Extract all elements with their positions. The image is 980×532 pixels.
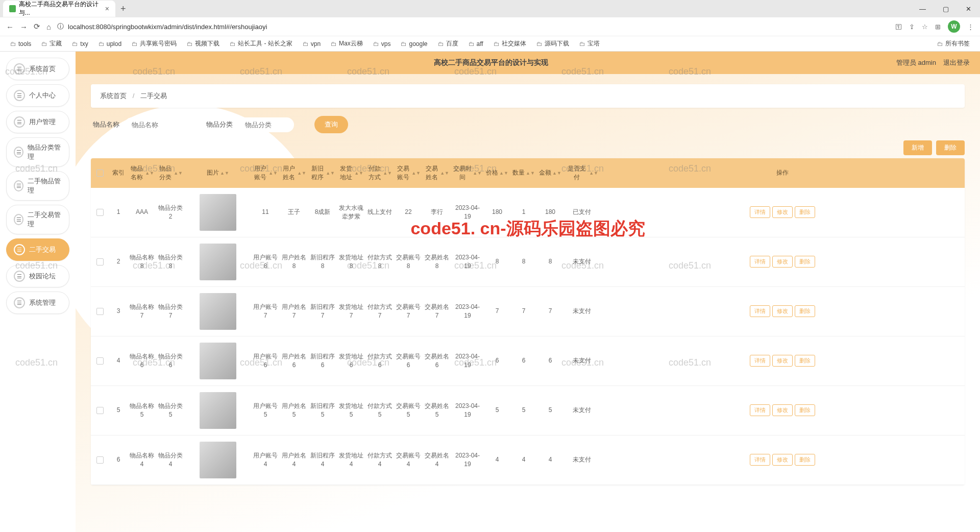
delete-row-button[interactable]: 删除 (795, 305, 815, 317)
sidebar-item-3[interactable]: ☰物品分类管理 (6, 137, 69, 167)
delete-button[interactable]: 删除 (936, 140, 965, 155)
key-icon[interactable]: ⚿ (895, 23, 902, 31)
sidebar-item-4[interactable]: ☰二手物品管理 (6, 171, 69, 201)
sort-icon[interactable]: ▲▼ (297, 172, 306, 175)
sort-icon[interactable]: ▲▼ (354, 172, 363, 175)
bookmark-item[interactable]: 🗀社交媒体 (489, 38, 530, 50)
address-url[interactable]: ⓘ localhost:8080/springbootwkixm/admin/d… (57, 22, 889, 31)
row-checkbox[interactable] (96, 357, 104, 365)
filter-name-input[interactable] (125, 117, 181, 132)
thumbnail-image[interactable] (200, 442, 236, 478)
edit-button[interactable]: 修改 (772, 404, 793, 416)
thumbnail-image[interactable] (200, 194, 236, 231)
sort-icon[interactable]: ▲▼ (326, 172, 335, 175)
sort-icon[interactable]: ▲▼ (589, 172, 598, 175)
reload-icon[interactable]: ⟳ (34, 22, 40, 31)
sort-icon[interactable]: ▲▼ (220, 172, 229, 175)
bookmark-item[interactable]: 🗀google (397, 39, 431, 49)
delete-row-button[interactable]: 删除 (795, 454, 815, 466)
sort-icon[interactable]: ▲▼ (174, 172, 183, 175)
forward-icon[interactable]: → (20, 22, 28, 31)
bookmark-item[interactable]: 🗀百度 (434, 38, 462, 50)
browser-tab[interactable]: 高校二手商品交易平台的设计与... × (3, 1, 115, 17)
search-button[interactable]: 查询 (314, 116, 348, 133)
sort-icon[interactable]: ▲▼ (440, 172, 449, 175)
new-tab-button[interactable]: + (115, 4, 131, 14)
bookmark-item[interactable]: 🗀源码下载 (532, 38, 573, 50)
detail-button[interactable]: 详情 (750, 404, 770, 416)
sidebar-item-6[interactable]: ☰二手交易 (6, 238, 69, 261)
sidebar-item-1[interactable]: ☰个人中心 (6, 84, 69, 107)
breadcrumb-home[interactable]: 系统首页 (100, 92, 127, 100)
edit-button[interactable]: 修改 (772, 355, 793, 367)
menu-icon[interactable]: ⋮ (967, 23, 974, 31)
sort-icon[interactable]: ▲▼ (268, 172, 278, 175)
edit-button[interactable]: 修改 (772, 454, 793, 466)
row-checkbox[interactable] (96, 456, 104, 464)
edit-button[interactable]: 修改 (772, 256, 793, 268)
row-checkbox[interactable] (96, 308, 104, 315)
edit-button[interactable]: 修改 (772, 305, 793, 317)
sort-icon[interactable]: ▲▼ (499, 172, 508, 175)
detail-button[interactable]: 详情 (750, 355, 770, 367)
home-icon[interactable]: ⌂ (46, 22, 51, 31)
bookmark-item[interactable]: 🗀Max云梯 (327, 38, 367, 50)
profile-avatar[interactable]: W (948, 20, 960, 33)
logout-button[interactable]: 退出登录 (943, 58, 970, 67)
delete-row-button[interactable]: 删除 (795, 355, 815, 367)
thumbnail-image[interactable] (200, 343, 236, 379)
sort-icon[interactable]: ▲▼ (411, 172, 421, 175)
extensions-icon[interactable]: ⊞ (935, 23, 941, 31)
add-button[interactable]: 新增 (903, 140, 932, 155)
star-icon[interactable]: ☆ (922, 23, 928, 31)
cell-ops: 详情修改删除 (600, 436, 965, 485)
sidebar-item-2[interactable]: ☰用户管理 (6, 111, 69, 133)
select-all-checkbox[interactable] (96, 170, 104, 177)
sort-icon[interactable]: ▲▼ (383, 172, 392, 175)
bookmark-item[interactable]: 🗀站长工具 - 站长之家 (226, 38, 297, 50)
admin-label[interactable]: 管理员 admin (896, 58, 936, 67)
bookmark-item[interactable]: 🗀宝藏 (37, 38, 66, 50)
sidebar-item-0[interactable]: ☰系统首页 (6, 58, 69, 80)
sidebar-item-8[interactable]: ☰系统管理 (6, 292, 69, 314)
maximize-icon[interactable]: ▢ (934, 0, 957, 17)
row-checkbox[interactable] (96, 209, 104, 216)
all-bookmarks[interactable]: 🗀所有书签 (933, 38, 974, 50)
back-icon[interactable]: ← (6, 22, 14, 31)
cell-amount: 5 (537, 386, 564, 435)
delete-row-button[interactable]: 删除 (795, 206, 815, 218)
detail-button[interactable]: 详情 (750, 454, 770, 466)
bookmark-item[interactable]: 🗀uplod (94, 39, 126, 49)
bookmark-item[interactable]: 🗀tools (6, 39, 35, 49)
bookmark-item[interactable]: 🗀txy (68, 39, 92, 49)
bookmark-item[interactable]: 🗀aff (464, 39, 487, 49)
sort-icon[interactable]: ▲▼ (145, 172, 154, 175)
close-window-icon[interactable]: ✕ (957, 0, 980, 17)
sort-icon[interactable]: ▲▼ (526, 172, 535, 175)
sidebar-item-5[interactable]: ☰二手交易管理 (6, 205, 69, 234)
thumbnail-image[interactable] (200, 244, 236, 280)
sort-icon[interactable]: ▲▼ (552, 172, 561, 175)
thumbnail-image[interactable] (200, 392, 236, 429)
share-icon[interactable]: ⇪ (909, 23, 915, 31)
row-checkbox[interactable] (96, 407, 104, 414)
minimize-icon[interactable]: — (911, 0, 934, 17)
delete-row-button[interactable]: 删除 (795, 256, 815, 268)
bookmark-item[interactable]: 🗀共享账号密码 (128, 38, 181, 50)
detail-button[interactable]: 详情 (750, 305, 770, 317)
sort-icon[interactable]: ▲▼ (473, 172, 482, 175)
bookmark-item[interactable]: 🗀vps (369, 39, 395, 49)
bookmark-item[interactable]: 🗀宝塔 (575, 38, 604, 50)
bookmark-item[interactable]: 🗀视频下载 (183, 38, 224, 50)
row-checkbox[interactable] (96, 258, 104, 265)
detail-button[interactable]: 详情 (750, 206, 770, 218)
sidebar-item-7[interactable]: ☰校园论坛 (6, 265, 69, 287)
detail-button[interactable]: 详情 (750, 256, 770, 268)
site-info-icon[interactable]: ⓘ (57, 22, 64, 31)
filter-cat-input[interactable] (238, 117, 294, 132)
tab-close-icon[interactable]: × (105, 5, 109, 13)
thumbnail-image[interactable] (200, 293, 236, 330)
delete-row-button[interactable]: 删除 (795, 404, 815, 416)
edit-button[interactable]: 修改 (772, 206, 793, 218)
bookmark-item[interactable]: 🗀vpn (299, 39, 325, 49)
